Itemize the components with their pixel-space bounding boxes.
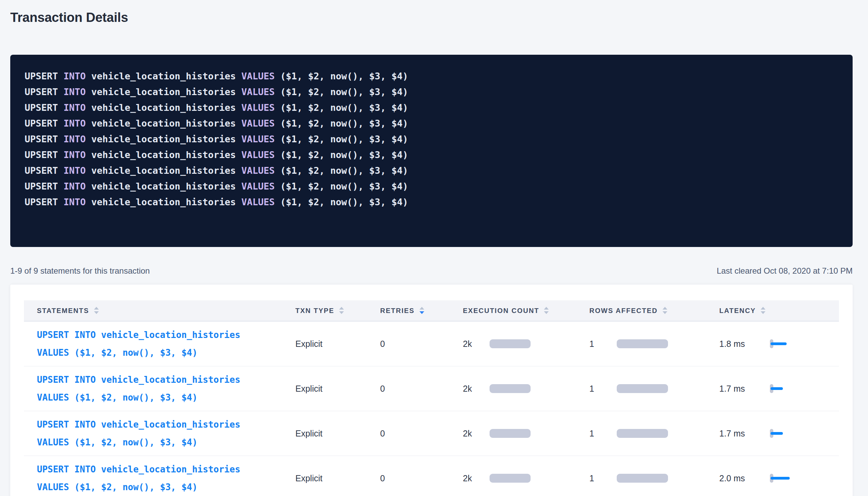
txn-type-cell: Explicit	[294, 429, 379, 439]
table-header-row: Statements Txn Type Retries Execution Co…	[24, 300, 839, 322]
table-row: UPSERT INTO vehicle_location_historiesVA…	[24, 411, 839, 456]
rows-affected-bar	[617, 474, 668, 483]
transaction-details-page: Transaction Details UPSERT INTO vehicle_…	[0, 0, 868, 496]
execution-count-bar	[490, 384, 531, 393]
sort-icon	[94, 307, 99, 314]
latency-bar-chart	[770, 474, 794, 483]
retries-cell: 0	[379, 429, 462, 439]
execution-count-cell: 2k	[462, 429, 588, 439]
table-row: UPSERT INTO vehicle_location_historiesVA…	[24, 456, 839, 496]
sql-keyword-into: INTO	[58, 71, 92, 81]
sql-line: UPSERT INTO vehicle_location_histories V…	[25, 179, 839, 194]
status-bar: 1-9 of 9 statements for this transaction…	[10, 266, 853, 276]
page-title: Transaction Details	[10, 10, 853, 25]
latency-bar-chart	[770, 384, 794, 393]
retries-cell: 0	[379, 473, 462, 483]
latency-cell: 1.8 ms	[718, 339, 839, 349]
rows-affected-cell: 1	[588, 384, 718, 394]
latency-bar-chart	[770, 339, 794, 348]
retries-cell: 0	[379, 384, 462, 394]
execution-count-cell: 2k	[462, 339, 588, 349]
column-header-retries[interactable]: Retries	[379, 307, 462, 315]
rows-affected-cell: 1	[588, 339, 718, 349]
statement-link[interactable]: UPSERT INTO vehicle_location_historiesVA…	[37, 460, 294, 496]
statement-cell: UPSERT INTO vehicle_location_historiesVA…	[24, 416, 294, 451]
sql-keyword-upsert: UPSERT	[25, 71, 58, 81]
latency-cell: 2.0 ms	[718, 473, 839, 483]
sort-icon	[544, 307, 549, 314]
statement-cell: UPSERT INTO vehicle_location_historiesVA…	[24, 371, 294, 406]
column-header-rows-affected[interactable]: Rows Affected	[588, 307, 718, 315]
rows-affected-bar	[617, 429, 668, 438]
execution-count-cell: 2k	[462, 384, 588, 394]
sql-line: UPSERT INTO vehicle_location_histories V…	[25, 131, 839, 147]
sql-line: UPSERT INTO vehicle_location_histories V…	[25, 84, 839, 100]
rows-affected-bar	[617, 339, 668, 348]
sql-line: UPSERT INTO vehicle_location_histories V…	[25, 194, 839, 210]
statement-cell: UPSERT INTO vehicle_location_historiesVA…	[24, 460, 294, 496]
rows-affected-bar	[617, 384, 668, 393]
latency-bar	[771, 342, 787, 345]
sql-statements-box: UPSERT INTO vehicle_location_histories V…	[10, 55, 853, 247]
column-header-latency[interactable]: Latency	[718, 307, 839, 315]
sql-line: UPSERT INTO vehicle_location_histories V…	[25, 116, 839, 131]
sort-icon	[663, 307, 667, 314]
statement-link[interactable]: UPSERT INTO vehicle_location_historiesVA…	[37, 326, 294, 362]
execution-count-bar	[490, 474, 531, 483]
retries-cell: 0	[379, 339, 462, 349]
statements-count-text: 1-9 of 9 statements for this transaction	[10, 266, 150, 276]
sql-args: ($1, $2, now(), $3, $4)	[280, 71, 408, 81]
rows-affected-cell: 1	[588, 473, 718, 483]
last-cleared-text: Last cleared Oct 08, 2020 at 7:10 PM	[717, 266, 853, 276]
sort-icon-active-desc	[419, 307, 424, 314]
latency-bar	[771, 387, 783, 390]
latency-cell: 1.7 ms	[718, 384, 839, 394]
sql-keyword-values: VALUES	[236, 71, 280, 81]
txn-type-cell: Explicit	[294, 473, 379, 483]
column-header-execution-count[interactable]: Execution Count	[462, 307, 588, 315]
sql-line: UPSERT INTO vehicle_location_histories V…	[25, 163, 839, 179]
txn-type-cell: Explicit	[294, 339, 379, 349]
table-row: UPSERT INTO vehicle_location_historiesVA…	[24, 366, 839, 411]
execution-count-cell: 2k	[462, 473, 588, 483]
table-row: UPSERT INTO vehicle_location_historiesVA…	[24, 322, 839, 366]
txn-type-cell: Explicit	[294, 384, 379, 394]
latency-bar	[771, 432, 783, 435]
sql-table-name: vehicle_location_histories	[91, 71, 236, 81]
sql-line: UPSERT INTO vehicle_location_histories V…	[25, 68, 839, 84]
rows-affected-cell: 1	[588, 429, 718, 439]
statement-cell: UPSERT INTO vehicle_location_historiesVA…	[24, 326, 294, 362]
latency-cell: 1.7 ms	[718, 429, 839, 439]
execution-count-bar	[490, 339, 531, 348]
latency-bar-chart	[770, 429, 794, 438]
column-header-statements[interactable]: Statements	[24, 307, 294, 315]
sql-line: UPSERT INTO vehicle_location_histories V…	[25, 100, 839, 116]
sort-icon	[761, 307, 765, 314]
execution-count-bar	[490, 429, 531, 438]
sort-icon	[339, 307, 344, 314]
sql-line: UPSERT INTO vehicle_location_histories V…	[25, 147, 839, 163]
statement-link[interactable]: UPSERT INTO vehicle_location_historiesVA…	[37, 416, 294, 451]
latency-bar	[771, 477, 790, 480]
column-header-txn-type[interactable]: Txn Type	[294, 307, 379, 315]
statements-table-card: Statements Txn Type Retries Execution Co…	[10, 285, 853, 496]
statement-link[interactable]: UPSERT INTO vehicle_location_historiesVA…	[37, 371, 294, 406]
